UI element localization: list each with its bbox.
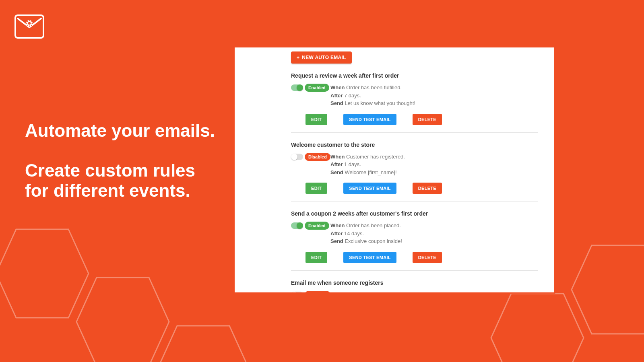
after-value: 14 days. [343, 230, 364, 237]
enable-toggle[interactable] [291, 292, 303, 294]
send-value: Welcome [first_name]! [343, 169, 397, 175]
delete-button[interactable]: DELETE [413, 114, 442, 125]
when-label: When [330, 222, 345, 228]
rule-item: Send a coupon 2 weeks after customer's f… [291, 210, 538, 271]
hex-decoration [149, 322, 254, 362]
after-label: After [330, 93, 343, 99]
when-label: When [330, 84, 345, 90]
send-test-button[interactable]: SEND TEST EMAIL [343, 183, 396, 194]
send-label: Send [330, 100, 343, 106]
status-badge: Enabled [305, 84, 329, 92]
enable-toggle[interactable] [291, 222, 303, 229]
send-test-button[interactable]: SEND TEST EMAIL [343, 252, 396, 263]
hero-line-2: Create custom rules for different events… [25, 160, 215, 201]
send-test-button[interactable]: SEND TEST EMAIL [343, 114, 396, 125]
delete-button[interactable]: DELETE [413, 183, 442, 194]
hero-line-1: Automate your emails. [25, 121, 215, 141]
when-value: Order has been fulfilled. [345, 84, 402, 90]
when-label: When [330, 292, 345, 294]
edit-button[interactable]: EDIT [305, 252, 327, 263]
enable-toggle[interactable] [291, 84, 303, 91]
plus-icon: + [297, 55, 299, 60]
rule-item: Welcome customer to the storeDisabledWhe… [291, 142, 538, 202]
rules-panel: + NEW AUTO EMAIL Request a review a week… [233, 46, 555, 294]
status-badge: Disabled [305, 153, 330, 161]
app-logo [14, 14, 44, 39]
svg-marker-12 [157, 326, 250, 362]
rule-title: Email me when someone registers [291, 280, 538, 286]
after-label: After [330, 161, 343, 167]
after-value: 1 days. [343, 161, 361, 167]
svg-point-1 [28, 22, 31, 25]
send-value: Exclusive coupon inside! [343, 238, 402, 244]
when-value: Customer has registered. [345, 154, 405, 160]
edit-button[interactable]: EDIT [305, 114, 327, 125]
rule-item: Request a review a week after first orde… [291, 72, 538, 133]
rule-details: When Order has been fulfilled.After 7 da… [330, 84, 415, 107]
enable-toggle[interactable] [291, 154, 303, 160]
send-label: Send [330, 238, 343, 244]
after-label: After [330, 230, 343, 237]
rule-details: When Order has been placed.After 14 days… [330, 222, 402, 245]
rule-title: Welcome customer to the store [291, 142, 538, 148]
edit-button[interactable]: EDIT [305, 183, 327, 194]
hex-decoration [564, 241, 644, 362]
hero-text: Automate your emails. Create custom rule… [25, 121, 215, 201]
rule-item: Email me when someone registersDisabledW… [291, 280, 538, 294]
after-value: 7 days. [343, 93, 361, 99]
send-label: Send [330, 169, 343, 175]
new-button-label: NEW AUTO EMAIL [302, 55, 346, 60]
rule-details: When Customer has registered.Send [custo… [330, 291, 452, 294]
status-badge: Enabled [305, 222, 329, 230]
new-auto-email-button[interactable]: + NEW AUTO EMAIL [291, 51, 352, 64]
send-value: Let us know what you thought! [343, 100, 415, 106]
rule-details: When Customer has registered.After 1 day… [330, 153, 405, 177]
status-badge: Disabled [305, 291, 330, 294]
rule-title: Request a review a week after first orde… [291, 72, 538, 79]
delete-button[interactable]: DELETE [413, 252, 442, 263]
rule-title: Send a coupon 2 weeks after customer's f… [291, 210, 538, 217]
when-value: Order has been placed. [345, 222, 400, 228]
when-label: When [330, 154, 345, 160]
when-value: Customer has registered. [345, 292, 405, 294]
svg-marker-14 [572, 245, 644, 334]
